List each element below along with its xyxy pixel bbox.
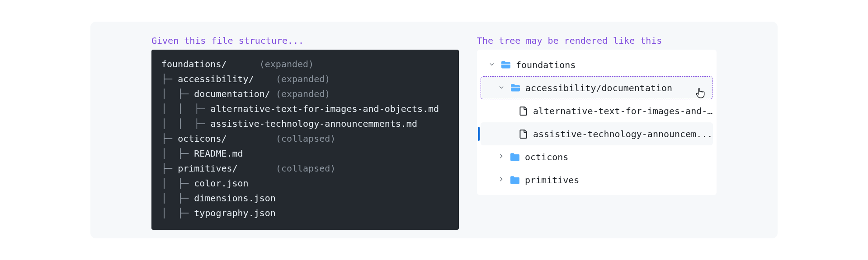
fs-pad xyxy=(270,88,276,99)
fs-name: dimensions.json xyxy=(194,193,276,204)
folder-closed-icon xyxy=(510,153,519,162)
fs-state: (expanded) xyxy=(276,88,330,99)
fs-row: │ ├─ documentation/ (expanded) xyxy=(161,87,449,102)
fs-name: documentation/ xyxy=(194,88,270,99)
file-structure-caption: Given this file structure... xyxy=(151,35,459,46)
fs-row: ├─ octicons/ (collapsed) xyxy=(161,131,449,146)
chevron-down-icon[interactable] xyxy=(498,84,505,92)
fs-branch: │ ├─ xyxy=(161,88,194,99)
fs-state: (collapsed) xyxy=(276,133,335,144)
fs-state: (collapsed) xyxy=(276,163,335,174)
fs-row: │ ├─ README.md xyxy=(161,146,449,161)
tree-label: primitives xyxy=(525,175,713,186)
folder-open-icon xyxy=(501,60,510,70)
tree-label: assistive-technology-announcem... xyxy=(533,129,713,139)
fs-pad xyxy=(227,59,259,70)
fs-branch: │ │ ├─ xyxy=(161,103,210,114)
fs-row: foundations/ (expanded) xyxy=(161,57,449,72)
tree-item-primitives[interactable]: primitives xyxy=(481,168,713,191)
fs-row: ├─ primitives/ (collapsed) xyxy=(161,161,449,176)
tree-label: foundations xyxy=(516,60,713,70)
rendered-tree-caption: The tree may be rendered like this xyxy=(477,35,717,46)
folder-closed-icon xyxy=(510,176,519,185)
tree-item-accessibility-documentation[interactable]: accessibility/documentation xyxy=(481,76,713,99)
fs-row: │ ├─ dimensions.json xyxy=(161,191,449,206)
folder-open-icon xyxy=(511,84,520,93)
file-icon xyxy=(519,130,528,139)
rendered-tree-box: foundations accessibility/documentation xyxy=(477,50,717,195)
rendered-tree-column: The tree may be rendered like this found… xyxy=(477,35,717,238)
fs-state: (expanded) xyxy=(259,59,314,70)
chevron-right-icon[interactable] xyxy=(498,153,505,161)
chevron-down-icon[interactable] xyxy=(489,61,496,69)
chevron-right-icon[interactable] xyxy=(498,176,505,184)
fs-row: │ ├─ color.json xyxy=(161,176,449,191)
fs-branch: ├─ xyxy=(161,163,178,174)
tree-item-octicons[interactable]: octicons xyxy=(481,145,713,168)
fs-pad xyxy=(227,133,276,144)
fs-branch: │ ├─ xyxy=(161,178,194,189)
file-structure-box: foundations/ (expanded) ├─ accessibility… xyxy=(151,50,459,230)
fs-row: ├─ accessibility/ (expanded) xyxy=(161,72,449,87)
fs-name: accessibility/ xyxy=(178,74,254,84)
fs-name: octicons/ xyxy=(178,133,226,144)
fs-name: alternative-text-for-images-and-objects.… xyxy=(210,103,439,114)
fs-branch: │ ├─ xyxy=(161,208,194,218)
tree-item-foundations[interactable]: foundations xyxy=(481,53,713,76)
tree-item-file[interactable]: alternative-text-for-images-and-o... xyxy=(481,99,713,122)
fs-state: (expanded) xyxy=(276,74,330,84)
fs-name: foundations/ xyxy=(161,59,227,70)
fs-branch: │ ├─ xyxy=(161,193,194,204)
fs-row: │ ├─ typography.json xyxy=(161,206,449,221)
tree-label: octicons xyxy=(525,152,713,162)
fs-branch: ├─ xyxy=(161,74,178,84)
fs-branch: │ ├─ xyxy=(161,148,194,159)
fs-name: primitives/ xyxy=(178,163,237,174)
fs-branch: ├─ xyxy=(161,133,178,144)
tree-label: accessibility/documentation xyxy=(525,83,712,93)
fs-pad xyxy=(238,163,276,174)
fs-name: assistive-technology-announcemments.md xyxy=(210,118,417,129)
fs-branch: │ │ ├─ xyxy=(161,118,210,129)
fs-row: │ │ ├─ alternative-text-for-images-and-o… xyxy=(161,102,449,116)
file-structure-column: Given this file structure... foundations… xyxy=(151,35,459,238)
fs-name: README.md xyxy=(194,148,243,159)
file-icon xyxy=(519,107,528,116)
fs-name: typography.json xyxy=(194,208,276,218)
fs-row: │ │ ├─ assistive-technology-announcemmen… xyxy=(161,116,449,131)
fs-name: color.json xyxy=(194,178,248,189)
tree-label: alternative-text-for-images-and-o... xyxy=(533,106,713,116)
fs-pad xyxy=(254,74,276,84)
example-canvas: Given this file structure... foundations… xyxy=(90,22,778,238)
tree-item-file[interactable]: assistive-technology-announcem... xyxy=(481,122,713,145)
